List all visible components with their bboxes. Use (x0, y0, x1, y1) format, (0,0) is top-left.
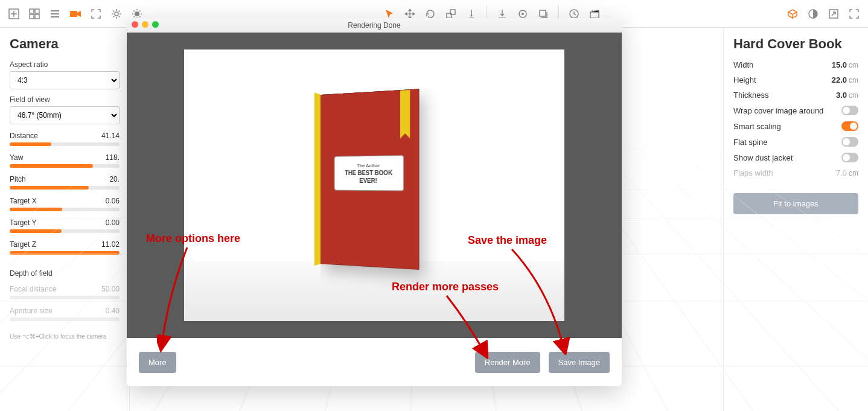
focus-frame-icon[interactable] (87, 5, 105, 23)
more-button[interactable]: More (139, 352, 176, 373)
close-window-icon[interactable] (132, 21, 138, 28)
svg-point-6 (115, 12, 118, 16)
fullscreen-icon[interactable] (845, 5, 863, 23)
prop-height[interactable]: Height22.0cm (733, 75, 858, 84)
toggle-smart-scaling[interactable]: Smart scaling (733, 121, 858, 131)
aspect-ratio-label: Aspect ratio (10, 60, 120, 69)
contrast-icon[interactable] (804, 5, 822, 23)
prop-width[interactable]: Width15.0cm (733, 60, 858, 69)
aspect-ratio-select[interactable]: 4:3 (10, 71, 120, 89)
svg-rect-1 (30, 9, 34, 13)
minimize-window-icon[interactable] (142, 21, 148, 28)
slider-distance[interactable]: Distance41.14 (10, 132, 120, 146)
camera-panel-title: Camera (10, 36, 120, 52)
list-icon[interactable] (46, 5, 64, 23)
ribbon-icon (400, 90, 410, 133)
fov-label: Field of view (10, 95, 120, 104)
add-icon[interactable] (5, 5, 23, 23)
svg-rect-13 (540, 10, 546, 16)
rendered-book: The Author THE BEST BOOK EVER! (321, 89, 420, 270)
prop-thickness[interactable]: Thickness3.0cm (733, 91, 858, 100)
gear-icon[interactable] (107, 5, 126, 23)
camera-icon[interactable] (66, 5, 85, 23)
svg-rect-8 (447, 13, 452, 18)
svg-rect-2 (35, 9, 39, 13)
annotation-save: Save the image (468, 234, 547, 247)
save-image-button[interactable]: Save Image (549, 352, 610, 373)
maximize-icon[interactable] (825, 5, 843, 23)
render-output: The Author THE BEST BOOK EVER! (184, 49, 564, 321)
toggle-wrap-cover-image-around[interactable]: Wrap cover image around (733, 106, 858, 115)
object-panel-title: Hard Cover Book (733, 36, 858, 52)
svg-rect-5 (70, 11, 77, 17)
modal-title: Rendering Done (127, 18, 622, 33)
svg-rect-15 (590, 12, 599, 18)
svg-rect-9 (450, 10, 455, 14)
svg-point-10 (471, 14, 473, 16)
annotation-more: More options here (146, 232, 240, 245)
modal-footer: More Render More Save Image (127, 338, 622, 386)
toggle-flat-spine[interactable]: Flat spine (733, 137, 858, 147)
svg-rect-4 (35, 14, 39, 19)
render-more-button[interactable]: Render More (475, 352, 540, 373)
cube-icon[interactable] (783, 5, 802, 23)
annotation-render: Render more passes (392, 281, 499, 293)
svg-point-7 (135, 11, 139, 16)
svg-rect-3 (30, 14, 34, 19)
zoom-window-icon[interactable] (152, 21, 159, 28)
svg-point-12 (522, 13, 524, 15)
render-modal: Rendering Done The Author THE BEST BOOK … (127, 18, 622, 386)
fov-select[interactable]: 46.7° (50mm) (10, 106, 120, 124)
toggle-show-dust-jacket[interactable]: Show dust jacket (733, 153, 858, 162)
render-body: The Author THE BEST BOOK EVER! (127, 33, 622, 338)
grid-icon[interactable] (25, 5, 43, 23)
